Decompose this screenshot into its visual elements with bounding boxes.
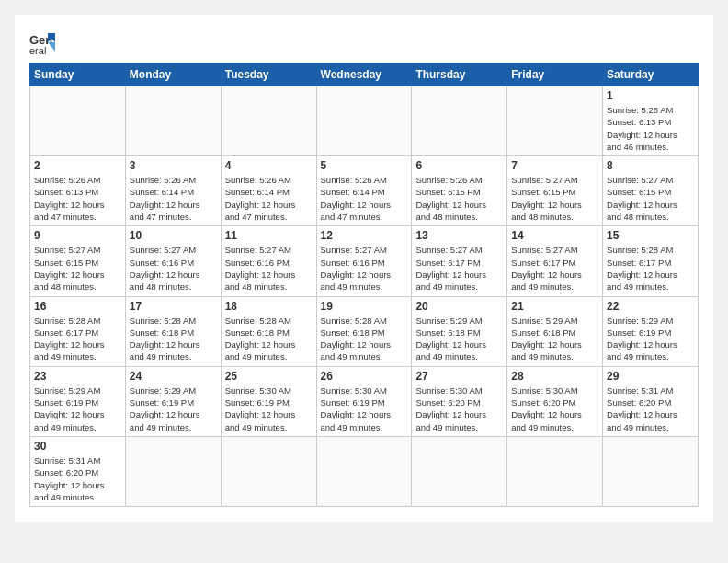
day-number: 25 [225, 370, 313, 383]
day-cell: 22Sunrise: 5:29 AM Sunset: 6:19 PM Dayli… [603, 296, 699, 366]
day-cell: 1Sunrise: 5:26 AM Sunset: 6:13 PM Daylig… [603, 86, 699, 156]
day-cell: 5Sunrise: 5:26 AM Sunset: 6:14 PM Daylig… [316, 156, 412, 226]
day-number: 26 [321, 370, 408, 383]
day-number: 1 [607, 89, 694, 102]
header-cell-friday: Friday [507, 63, 603, 86]
day-cell [316, 436, 412, 506]
day-info: Sunrise: 5:27 AM Sunset: 6:15 PM Dayligh… [607, 174, 694, 223]
day-number: 14 [511, 229, 598, 242]
day-info: Sunrise: 5:27 AM Sunset: 6:16 PM Dayligh… [130, 244, 217, 293]
day-info: Sunrise: 5:28 AM Sunset: 6:18 PM Dayligh… [225, 315, 313, 363]
day-info: Sunrise: 5:27 AM Sunset: 6:17 PM Dayligh… [415, 244, 503, 293]
day-cell: 11Sunrise: 5:27 AM Sunset: 6:16 PM Dayli… [221, 226, 316, 296]
week-row-3: 9Sunrise: 5:27 AM Sunset: 6:15 PM Daylig… [30, 226, 699, 296]
day-number: 28 [511, 370, 598, 383]
day-cell: 3Sunrise: 5:26 AM Sunset: 6:14 PM Daylig… [125, 156, 221, 226]
day-number: 24 [130, 370, 217, 383]
day-cell: 4Sunrise: 5:26 AM Sunset: 6:14 PM Daylig… [221, 156, 316, 226]
svg-text:eral: eral [29, 45, 46, 55]
header-cell-wednesday: Wednesday [316, 63, 412, 86]
day-cell: 13Sunrise: 5:27 AM Sunset: 6:17 PM Dayli… [412, 226, 507, 296]
day-info: Sunrise: 5:26 AM Sunset: 6:13 PM Dayligh… [34, 174, 121, 223]
day-cell: 19Sunrise: 5:28 AM Sunset: 6:18 PM Dayli… [316, 296, 412, 366]
day-cell: 28Sunrise: 5:30 AM Sunset: 6:20 PM Dayli… [507, 366, 603, 436]
day-info: Sunrise: 5:28 AM Sunset: 6:17 PM Dayligh… [34, 315, 121, 363]
day-cell [316, 86, 412, 156]
day-cell: 7Sunrise: 5:27 AM Sunset: 6:15 PM Daylig… [507, 156, 603, 226]
day-cell: 21Sunrise: 5:29 AM Sunset: 6:18 PM Dayli… [507, 296, 603, 366]
day-info: Sunrise: 5:26 AM Sunset: 6:14 PM Dayligh… [225, 174, 313, 223]
day-cell [125, 436, 221, 506]
day-number: 10 [130, 229, 217, 242]
day-number: 11 [225, 229, 313, 242]
calendar-table: SundayMondayTuesdayWednesdayThursdayFrid… [29, 63, 699, 507]
day-cell: 24Sunrise: 5:29 AM Sunset: 6:19 PM Dayli… [125, 366, 221, 436]
day-info: Sunrise: 5:29 AM Sunset: 6:19 PM Dayligh… [130, 385, 217, 433]
day-cell [221, 436, 316, 506]
day-info: Sunrise: 5:26 AM Sunset: 6:15 PM Dayligh… [415, 174, 503, 223]
day-number: 19 [321, 300, 408, 313]
day-info: Sunrise: 5:26 AM Sunset: 6:14 PM Dayligh… [321, 174, 408, 223]
day-cell [507, 436, 603, 506]
day-info: Sunrise: 5:27 AM Sunset: 6:17 PM Dayligh… [511, 244, 598, 293]
day-cell: 20Sunrise: 5:29 AM Sunset: 6:18 PM Dayli… [412, 296, 507, 366]
header-cell-tuesday: Tuesday [221, 63, 316, 86]
day-cell [603, 436, 699, 506]
week-row-2: 2Sunrise: 5:26 AM Sunset: 6:13 PM Daylig… [30, 156, 699, 226]
day-number: 8 [607, 159, 694, 172]
header-cell-monday: Monday [125, 63, 221, 86]
day-number: 12 [321, 229, 408, 242]
day-info: Sunrise: 5:29 AM Sunset: 6:19 PM Dayligh… [607, 315, 694, 363]
day-info: Sunrise: 5:29 AM Sunset: 6:18 PM Dayligh… [511, 315, 598, 363]
day-cell: 14Sunrise: 5:27 AM Sunset: 6:17 PM Dayli… [507, 226, 603, 296]
day-cell: 10Sunrise: 5:27 AM Sunset: 6:16 PM Dayli… [125, 226, 221, 296]
day-info: Sunrise: 5:28 AM Sunset: 6:18 PM Dayligh… [321, 315, 408, 363]
logo-icon: Gen eral [29, 29, 55, 55]
day-info: Sunrise: 5:29 AM Sunset: 6:19 PM Dayligh… [34, 385, 121, 433]
header-cell-thursday: Thursday [412, 63, 507, 86]
calendar-header: SundayMondayTuesdayWednesdayThursdayFrid… [30, 63, 699, 86]
day-cell [30, 86, 126, 156]
day-info: Sunrise: 5:28 AM Sunset: 6:17 PM Dayligh… [607, 244, 694, 293]
day-number: 22 [607, 300, 694, 313]
day-number: 17 [130, 300, 217, 313]
day-info: Sunrise: 5:30 AM Sunset: 6:20 PM Dayligh… [415, 385, 503, 433]
day-info: Sunrise: 5:30 AM Sunset: 6:19 PM Dayligh… [321, 385, 408, 433]
day-cell: 25Sunrise: 5:30 AM Sunset: 6:19 PM Dayli… [221, 366, 316, 436]
day-cell: 23Sunrise: 5:29 AM Sunset: 6:19 PM Dayli… [30, 366, 126, 436]
day-cell: 17Sunrise: 5:28 AM Sunset: 6:18 PM Dayli… [125, 296, 221, 366]
day-cell [125, 86, 221, 156]
header: Gen eral [29, 29, 699, 55]
day-info: Sunrise: 5:27 AM Sunset: 6:15 PM Dayligh… [511, 174, 598, 223]
day-number: 3 [130, 159, 217, 172]
day-number: 15 [607, 229, 694, 242]
day-number: 5 [321, 159, 408, 172]
day-number: 16 [34, 300, 121, 313]
week-row-4: 16Sunrise: 5:28 AM Sunset: 6:17 PM Dayli… [30, 296, 699, 366]
day-info: Sunrise: 5:27 AM Sunset: 6:16 PM Dayligh… [321, 244, 408, 293]
day-cell: 12Sunrise: 5:27 AM Sunset: 6:16 PM Dayli… [316, 226, 412, 296]
day-cell: 26Sunrise: 5:30 AM Sunset: 6:19 PM Dayli… [316, 366, 412, 436]
header-row: SundayMondayTuesdayWednesdayThursdayFrid… [30, 63, 699, 86]
day-number: 30 [34, 440, 121, 453]
day-cell: 15Sunrise: 5:28 AM Sunset: 6:17 PM Dayli… [603, 226, 699, 296]
header-cell-saturday: Saturday [603, 63, 699, 86]
day-info: Sunrise: 5:28 AM Sunset: 6:18 PM Dayligh… [130, 315, 217, 363]
day-cell [412, 436, 507, 506]
day-cell: 8Sunrise: 5:27 AM Sunset: 6:15 PM Daylig… [603, 156, 699, 226]
day-number: 29 [607, 370, 694, 383]
day-number: 6 [415, 159, 503, 172]
day-number: 7 [511, 159, 598, 172]
day-cell: 6Sunrise: 5:26 AM Sunset: 6:15 PM Daylig… [412, 156, 507, 226]
day-cell: 30Sunrise: 5:31 AM Sunset: 6:20 PM Dayli… [30, 436, 126, 506]
day-info: Sunrise: 5:26 AM Sunset: 6:14 PM Dayligh… [130, 174, 217, 223]
day-info: Sunrise: 5:31 AM Sunset: 6:20 PM Dayligh… [34, 454, 121, 503]
day-number: 20 [415, 300, 503, 313]
day-info: Sunrise: 5:29 AM Sunset: 6:18 PM Dayligh… [415, 315, 503, 363]
day-number: 21 [511, 300, 598, 313]
day-cell: 16Sunrise: 5:28 AM Sunset: 6:17 PM Dayli… [30, 296, 126, 366]
day-info: Sunrise: 5:30 AM Sunset: 6:20 PM Dayligh… [511, 385, 598, 433]
day-info: Sunrise: 5:27 AM Sunset: 6:16 PM Dayligh… [225, 244, 313, 293]
calendar-page: Gen eral SundayMondayTuesdayWednesdayThu… [15, 15, 713, 522]
day-cell: 2Sunrise: 5:26 AM Sunset: 6:13 PM Daylig… [30, 156, 126, 226]
